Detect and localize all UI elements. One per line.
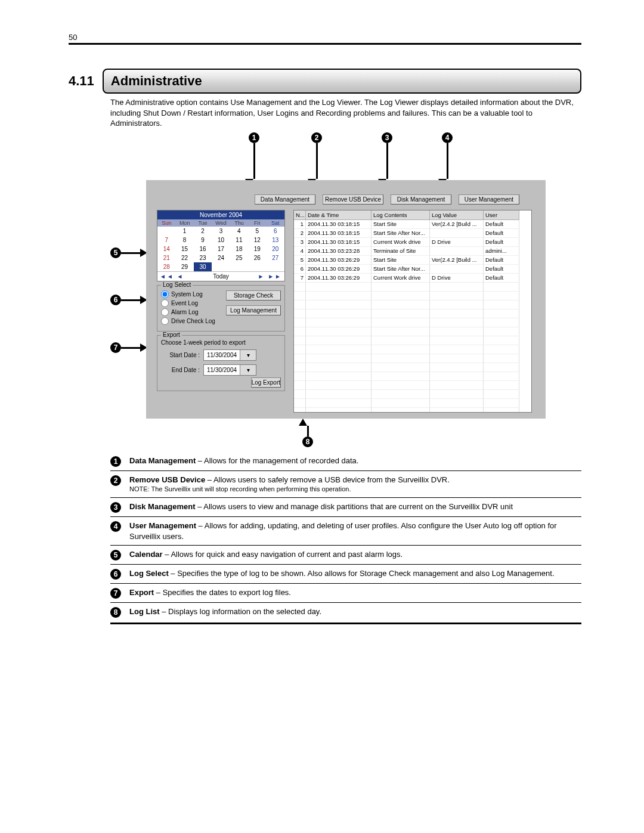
calendar-day[interactable]: 3 [212,227,230,236]
table-cell [484,399,519,408]
calendar-day[interactable]: 10 [212,236,230,244]
calendar[interactable]: November 2004 SunMonTueWedThuFriSat .123… [157,210,285,281]
table-cell [306,372,371,381]
legend-text: User Management – Allows for adding, upd… [129,521,581,541]
radio-input[interactable] [161,308,169,316]
calendar-day[interactable]: 12 [248,236,266,244]
calendar-day[interactable]: 22 [175,253,193,262]
calendar-day[interactable]: 28 [157,262,175,271]
calendar-next-icon[interactable]: ► ►► [258,273,282,280]
table-row [294,381,531,390]
calendar-day[interactable]: 14 [157,244,175,253]
table-header[interactable]: User [484,210,519,220]
calendar-day[interactable]: 25 [230,253,248,262]
log-select-title: Log Select [161,281,193,288]
calendar-day[interactable]: 16 [194,244,212,253]
table-row[interactable]: 22004.11.30 03:18:15Start Site After Nor… [294,229,531,238]
table-cell [371,283,430,292]
table-cell: Default [484,256,519,265]
table-cell [306,408,371,413]
calendar-day[interactable]: 15 [175,244,193,253]
table-cell: Default [484,238,519,247]
table-row[interactable]: 32004.11.30 03:18:15Current Work driveD … [294,238,531,247]
dropdown-icon[interactable]: ▾ [240,365,256,375]
table-row[interactable]: 62004.11.30 03:26:29Start Site After Nor… [294,265,531,274]
calendar-day[interactable]: 8 [175,236,193,244]
table-row[interactable]: 12004.11.30 03:18:15Start SiteVer(2.4.2 … [294,220,531,229]
calendar-day[interactable]: 20 [267,244,284,253]
calendar-nav[interactable]: ◄◄ ◄ Today ► ►► [157,271,284,281]
storage-check-button[interactable]: Storage Check [226,290,281,301]
top-rule [69,43,581,45]
table-header[interactable]: Log Contents [371,210,430,220]
table-cell [430,309,484,318]
table-cell [484,336,519,345]
data-management-button[interactable]: Data Management [255,194,315,205]
calendar-day[interactable]: 23 [194,253,212,262]
calendar-dow-cell: Sun [157,219,175,227]
table-cell [306,309,371,318]
log-export-button[interactable]: Log Export [251,377,281,388]
bottom-rule [110,623,581,624]
table-cell: 2004.11.30 03:18:15 [306,220,371,229]
calendar-day[interactable]: 27 [267,253,284,262]
table-cell [430,345,484,354]
log-management-button[interactable]: Log Management [226,305,281,315]
disk-management-button[interactable]: Disk Management [391,194,451,205]
legend: 1Data Management – Allows for the manage… [110,452,581,621]
table-cell [294,309,306,318]
table-cell [294,283,306,292]
calendar-day[interactable]: 9 [194,236,212,244]
table-row[interactable]: 72004.11.30 03:26:29Current Work driveD … [294,274,531,283]
calendar-day[interactable]: 11 [230,236,248,244]
radio-input[interactable] [161,299,169,307]
table-header[interactable]: N... [294,210,306,220]
callout-badge: 1 [110,456,121,467]
user-management-button[interactable]: User Management [459,194,519,205]
start-date-input[interactable]: 11/30/2004 ▾ [203,349,256,361]
calendar-prev-icon[interactable]: ◄◄ ◄ [160,273,184,280]
log-table[interactable]: N...Date & TimeLog ContentsLog ValueUser… [293,210,532,413]
table-cell [430,390,484,399]
callout-6: 6 [110,295,147,305]
calendar-day[interactable]: 26 [248,253,266,262]
table-row [294,318,531,327]
remove-usb-device-button[interactable]: Remove USB Device [323,194,383,205]
calendar-day[interactable]: 29 [175,262,193,271]
table-cell [306,399,371,408]
calendar-day[interactable]: 4 [230,227,248,236]
calendar-day[interactable]: 7 [157,236,175,244]
callout-1: 1 [249,132,259,186]
calendar-day[interactable]: 30 [194,262,212,271]
start-date-label: Start Date : [161,352,200,358]
calendar-day[interactable]: 17 [212,244,230,253]
figure: 1234 567 Data ManagementRemove USB Devic… [110,132,581,442]
calendar-day[interactable]: 18 [230,244,248,253]
table-cell [371,318,430,327]
callout-badge: 5 [110,247,121,258]
calendar-day[interactable]: 19 [248,244,266,253]
calendar-day[interactable]: 2 [194,227,212,236]
calendar-day: . [248,262,266,271]
calendar-day[interactable]: 6 [267,227,284,236]
calendar-day[interactable]: 5 [248,227,266,236]
end-date-label: End Date : [161,367,200,373]
table-row[interactable]: 52004.11.30 03:26:29Start SiteVer(2.4.2 … [294,256,531,265]
table-header[interactable]: Date & Time [306,210,371,220]
radio-input[interactable] [161,290,169,298]
log-select-option[interactable]: Drive Check Log [161,317,281,325]
calendar-day[interactable]: 21 [157,253,175,262]
end-date-input[interactable]: 11/30/2004 ▾ [203,364,256,376]
table-row [294,327,531,336]
callout-badge: 6 [110,295,121,305]
calendar-day[interactable]: 1 [175,227,193,236]
dropdown-icon[interactable]: ▾ [240,350,256,360]
table-cell [430,301,484,309]
calendar-day[interactable]: 13 [267,236,284,244]
table-cell: Default [484,274,519,283]
table-row[interactable]: 42004.11.30 03:23:28Terminate of Siteadm… [294,247,531,256]
radio-input[interactable] [161,317,169,325]
table-header[interactable]: Log Value [430,210,484,220]
calendar-day[interactable]: 24 [212,253,230,262]
calendar-today-button[interactable]: Today [213,273,229,280]
